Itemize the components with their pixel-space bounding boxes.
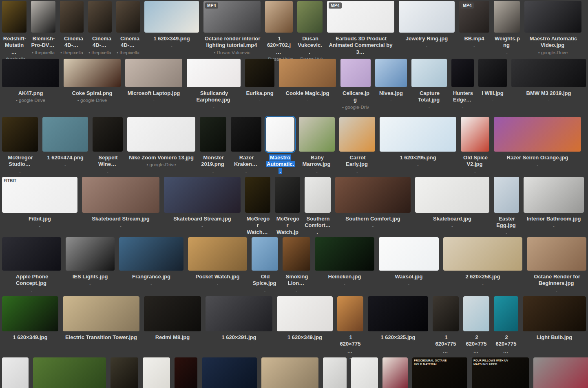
file-name[interactable]: Skateboard.jpg	[432, 216, 472, 222]
thumbnail[interactable]	[494, 117, 581, 152]
thumbnail[interactable]	[127, 117, 195, 152]
thumbnail[interactable]	[2, 59, 59, 87]
file-name[interactable]: Pocket Watch.jpg	[195, 273, 241, 280]
thumbnail[interactable]	[283, 237, 310, 271]
gallery-item[interactable]: Waxsol.jpg-	[379, 237, 439, 286]
file-name[interactable]: _Cinema4D-…	[116, 35, 140, 49]
file-name[interactable]: Eurika.png	[245, 90, 274, 97]
file-name[interactable]: Seppelt Wine…	[93, 154, 123, 168]
thumbnail[interactable]	[524, 1, 581, 33]
thumbnail[interactable]	[275, 177, 300, 213]
file-name[interactable]: Smoking Lion…	[283, 273, 310, 287]
gallery-item[interactable]: BMW M3 2019.jpg-	[511, 59, 586, 103]
gallery-item[interactable]: Cookie Magic.jpg-	[279, 59, 336, 103]
file-name[interactable]: Nike Zoom Vomero 13.jpg	[128, 154, 195, 161]
gallery-item[interactable]: Jewelry Ring.jpg-	[399, 1, 455, 48]
gallery-item[interactable]	[33, 357, 106, 388]
thumbnail[interactable]	[533, 357, 588, 388]
file-name[interactable]: Skateboard Stream.jpg	[91, 216, 150, 222]
gallery-item[interactable]: FOUR PILLOWS WITH UV-MAPS INCLUDED	[472, 357, 529, 388]
thumbnail[interactable]	[382, 357, 408, 388]
file-name[interactable]: Razer Kraken…	[231, 154, 261, 168]
file-name[interactable]: Hunters Edge…	[451, 90, 474, 104]
gallery-item[interactable]: MP4Earbuds 3D Product Animated Commercia…	[327, 1, 394, 62]
file-name[interactable]: Cellcare.jpg	[340, 90, 371, 104]
thumbnail[interactable]	[379, 237, 439, 271]
file-name[interactable]: Dusan Vukcevic..	[297, 35, 323, 55]
gallery-item[interactable]: 1 620×474.png-	[42, 117, 88, 167]
gallery-item[interactable]: Old Spice.jpg-	[252, 237, 278, 293]
file-name[interactable]: Skateboard Stream.jpg	[172, 216, 232, 222]
file-name[interactable]: McGregor Studio…	[2, 154, 38, 168]
gallery-item[interactable]: 1 620×349.png-	[144, 1, 199, 48]
gallery-item[interactable]: I Will.jpg-	[478, 59, 507, 103]
gallery-item[interactable]: Redmi M8.jpg-	[144, 296, 201, 347]
file-name[interactable]: 1 620×295.png	[399, 154, 437, 161]
thumbnail[interactable]	[523, 296, 586, 331]
gallery-item[interactable]: McGregor Watch…-	[245, 177, 270, 242]
file-name[interactable]: BMW M3 2019.jpg	[526, 90, 572, 97]
file-name[interactable]: 1 620×474.png	[46, 154, 84, 161]
thumbnail[interactable]	[144, 1, 199, 33]
file-name[interactable]: Waxsol.jpg	[394, 273, 423, 280]
thumbnail[interactable]	[478, 59, 507, 87]
thumbnail[interactable]	[63, 296, 139, 331]
file-name[interactable]: Razer Seiren Orange.jpg	[506, 154, 569, 161]
thumbnail[interactable]	[187, 59, 241, 87]
gallery-item[interactable]: Skateboard Stream.jpg-	[164, 177, 241, 228]
thumbnail[interactable]	[119, 237, 183, 271]
file-name[interactable]: 1 620×349.jpg	[12, 334, 49, 341]
thumbnail[interactable]	[261, 357, 318, 388]
file-name[interactable]: Apple Phone Concept.jpg	[2, 273, 61, 287]
thumbnail[interactable]	[143, 357, 170, 388]
thumbnail[interactable]	[351, 357, 378, 388]
file-name[interactable]: _Cinema4D-…	[88, 35, 112, 49]
file-name[interactable]: Electric Transition Tower.jpg	[64, 334, 138, 341]
file-name[interactable]: Cookie Magic.jpg	[285, 90, 330, 97]
gallery-item[interactable]: Apple Phone Concept.jpg-	[2, 237, 61, 293]
thumbnail[interactable]	[202, 357, 257, 388]
file-name[interactable]: Monster 2019.png	[200, 154, 226, 168]
file-name[interactable]: Southern Comfort.jpg	[345, 216, 401, 222]
thumbnail[interactable]	[231, 117, 261, 152]
file-name[interactable]: Weights.png	[494, 35, 520, 49]
thumbnail[interactable]	[31, 1, 55, 33]
file-name[interactable]: Maestro Automatic..	[266, 154, 294, 174]
gallery-item[interactable]: 1 620×775…-	[337, 296, 363, 360]
thumbnail[interactable]	[443, 237, 522, 271]
file-name[interactable]: Fitbit.jpg	[28, 216, 52, 222]
thumbnail[interactable]	[200, 117, 226, 152]
gallery-item[interactable]: Weights.png-	[494, 1, 520, 55]
gallery-item[interactable]: Nivea.jpg-	[375, 59, 407, 103]
thumbnail[interactable]	[33, 357, 106, 388]
thumbnail[interactable]	[494, 1, 520, 33]
gallery-item[interactable]: 1 620×295.png-	[380, 117, 456, 167]
thumbnail[interactable]	[323, 357, 347, 388]
thumbnail[interactable]: MP4	[203, 1, 261, 33]
thumbnail[interactable]	[2, 117, 38, 152]
gallery-item[interactable]: Monster 2019.png-	[200, 117, 226, 174]
gallery-item[interactable]: 1 620×349.jpg-	[2, 296, 58, 347]
gallery-item[interactable]	[533, 357, 588, 388]
thumbnail[interactable]	[266, 117, 294, 152]
thumbnail[interactable]	[2, 1, 27, 33]
thumbnail[interactable]	[399, 1, 455, 33]
file-name[interactable]: 1 620×349.png	[153, 35, 190, 42]
thumbnail[interactable]	[116, 1, 140, 33]
gallery-item[interactable]: _Cinema4D-…• thepixella	[60, 1, 84, 55]
file-name[interactable]: Old Spice V2.jpg	[461, 154, 489, 168]
file-name[interactable]: Light Bulb.jpg	[536, 334, 573, 341]
gallery-item[interactable]: Southern Comfort….-	[305, 177, 331, 242]
thumbnail[interactable]	[368, 296, 428, 331]
thumbnail[interactable]	[494, 296, 518, 331]
thumbnail[interactable]	[305, 177, 331, 213]
file-name[interactable]: 1 620×702.j…	[265, 35, 293, 55]
thumbnail[interactable]: FITBIT	[2, 177, 77, 213]
thumbnail[interactable]	[66, 237, 115, 271]
gallery-item[interactable]: Old Spice V2.jpg-	[461, 117, 489, 174]
gallery-item[interactable]: IES Lights.jpg-	[66, 237, 115, 286]
thumbnail[interactable]	[299, 117, 335, 152]
gallery-item[interactable]: PROCEDURAL OCTANE GOLD MATERIAL	[412, 357, 467, 388]
file-name[interactable]: Capture Total.jpg	[411, 90, 447, 104]
thumbnail[interactable]	[335, 177, 411, 213]
